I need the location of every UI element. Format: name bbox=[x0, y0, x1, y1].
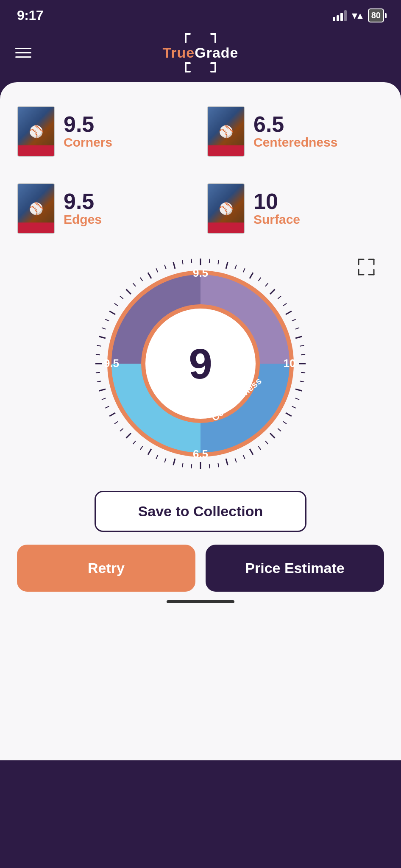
battery-icon: 80 bbox=[368, 8, 384, 22]
card-thumb-centeredness bbox=[207, 106, 245, 157]
donut-chart: 9.5 10 6.5 9.5 Corners Surface Edges Cen… bbox=[95, 258, 306, 470]
svg-line-54 bbox=[120, 428, 123, 431]
svg-line-14 bbox=[250, 273, 253, 278]
svg-line-32 bbox=[286, 413, 292, 416]
status-time: 9:17 bbox=[17, 8, 43, 23]
svg-line-9 bbox=[209, 259, 210, 263]
svg-line-38 bbox=[250, 449, 253, 455]
nav-bar: TrueGrade bbox=[0, 28, 401, 82]
svg-line-50 bbox=[148, 449, 151, 455]
retry-button[interactable]: Retry bbox=[17, 545, 195, 592]
svg-line-16 bbox=[265, 283, 268, 287]
svg-line-64 bbox=[97, 345, 101, 346]
svg-line-20 bbox=[286, 311, 292, 314]
svg-line-55 bbox=[114, 422, 118, 424]
card-thumb-surface bbox=[207, 183, 245, 234]
grade-label-corners: Corners bbox=[64, 135, 112, 150]
logo-area: TrueGrade bbox=[162, 32, 238, 74]
svg-line-67 bbox=[105, 319, 109, 321]
grade-number-edges: 9.5 bbox=[64, 190, 102, 212]
svg-line-17 bbox=[270, 289, 275, 294]
svg-line-13 bbox=[243, 268, 245, 272]
svg-line-30 bbox=[295, 398, 299, 399]
logo-text: TrueGrade bbox=[162, 45, 238, 61]
signal-icon bbox=[333, 10, 347, 21]
svg-line-11 bbox=[226, 262, 228, 268]
grade-info-corners: 9.5 Corners bbox=[64, 113, 112, 150]
main-content: 9.5 Corners 6.5 Centeredness 9.5 Edges bbox=[0, 82, 401, 760]
svg-line-46 bbox=[182, 463, 183, 467]
svg-text:6.5: 6.5 bbox=[193, 448, 208, 460]
status-bar: 9:17 ▾▴ 80 bbox=[0, 0, 401, 28]
svg-line-36 bbox=[265, 441, 268, 444]
svg-line-70 bbox=[120, 296, 123, 299]
svg-line-31 bbox=[292, 406, 296, 408]
svg-line-35 bbox=[270, 433, 275, 438]
svg-line-27 bbox=[301, 373, 305, 373]
donut-center-score: 9 bbox=[189, 339, 212, 388]
chart-container: 9.5 10 6.5 9.5 Corners Surface Edges Cen… bbox=[17, 258, 384, 470]
svg-line-24 bbox=[300, 345, 304, 346]
grade-item-centeredness: 6.5 Centeredness bbox=[207, 99, 384, 164]
svg-line-63 bbox=[96, 354, 100, 355]
grade-number-surface: 10 bbox=[253, 190, 300, 212]
svg-line-37 bbox=[259, 446, 261, 450]
svg-line-74 bbox=[148, 273, 151, 278]
status-icons: ▾▴ 80 bbox=[333, 8, 384, 22]
grade-number-centeredness: 6.5 bbox=[253, 113, 337, 135]
svg-line-52 bbox=[133, 441, 136, 444]
svg-line-73 bbox=[140, 278, 143, 281]
grade-item-edges: 9.5 Edges bbox=[17, 176, 194, 241]
svg-line-61 bbox=[96, 373, 100, 373]
svg-line-25 bbox=[301, 354, 305, 355]
home-bar bbox=[167, 600, 234, 603]
svg-line-48 bbox=[164, 459, 166, 462]
svg-line-79 bbox=[191, 259, 192, 263]
svg-line-18 bbox=[278, 296, 281, 299]
save-button-wrap: Save to Collection bbox=[17, 491, 384, 532]
svg-text:9.5: 9.5 bbox=[193, 267, 208, 279]
svg-line-47 bbox=[173, 459, 175, 465]
grade-info-centeredness: 6.5 Centeredness bbox=[253, 113, 337, 150]
grade-grid: 9.5 Corners 6.5 Centeredness 9.5 Edges bbox=[17, 99, 384, 241]
price-estimate-button[interactable]: Price Estimate bbox=[206, 545, 384, 592]
save-to-collection-button[interactable]: Save to Collection bbox=[95, 491, 306, 532]
svg-line-78 bbox=[182, 260, 183, 264]
svg-line-75 bbox=[156, 268, 158, 272]
card-thumb-corners bbox=[17, 106, 55, 157]
grade-number-corners: 9.5 bbox=[64, 113, 112, 135]
svg-line-19 bbox=[283, 303, 287, 306]
svg-line-40 bbox=[235, 459, 236, 462]
svg-line-12 bbox=[235, 265, 236, 269]
svg-text:9.5: 9.5 bbox=[104, 357, 119, 370]
svg-line-43 bbox=[209, 464, 210, 468]
grade-item-surface: 10 Surface bbox=[207, 176, 384, 241]
svg-line-56 bbox=[109, 413, 115, 416]
svg-line-28 bbox=[300, 381, 304, 382]
svg-line-29 bbox=[295, 389, 302, 391]
svg-line-33 bbox=[283, 422, 287, 424]
bottom-buttons: Retry Price Estimate bbox=[17, 545, 384, 592]
svg-line-23 bbox=[295, 337, 302, 338]
logo-bracket-top bbox=[184, 32, 217, 45]
svg-line-41 bbox=[226, 459, 228, 465]
grade-info-surface: 10 Surface bbox=[253, 190, 300, 227]
svg-line-59 bbox=[99, 389, 105, 391]
svg-line-71 bbox=[126, 289, 131, 294]
hamburger-menu[interactable] bbox=[15, 48, 31, 58]
svg-line-45 bbox=[191, 464, 192, 468]
svg-line-65 bbox=[99, 337, 105, 338]
grade-info-edges: 9.5 Edges bbox=[64, 190, 102, 227]
home-indicator bbox=[17, 592, 384, 607]
svg-line-68 bbox=[109, 311, 115, 314]
svg-text:10: 10 bbox=[284, 357, 296, 370]
expand-icon[interactable] bbox=[357, 258, 376, 280]
wifi-icon: ▾▴ bbox=[352, 9, 363, 22]
svg-line-10 bbox=[218, 260, 219, 264]
logo-bracket-bottom bbox=[184, 61, 217, 74]
svg-line-66 bbox=[102, 328, 106, 329]
svg-line-51 bbox=[140, 446, 143, 450]
svg-line-60 bbox=[97, 381, 101, 382]
svg-line-69 bbox=[114, 303, 118, 306]
svg-line-42 bbox=[218, 463, 219, 467]
